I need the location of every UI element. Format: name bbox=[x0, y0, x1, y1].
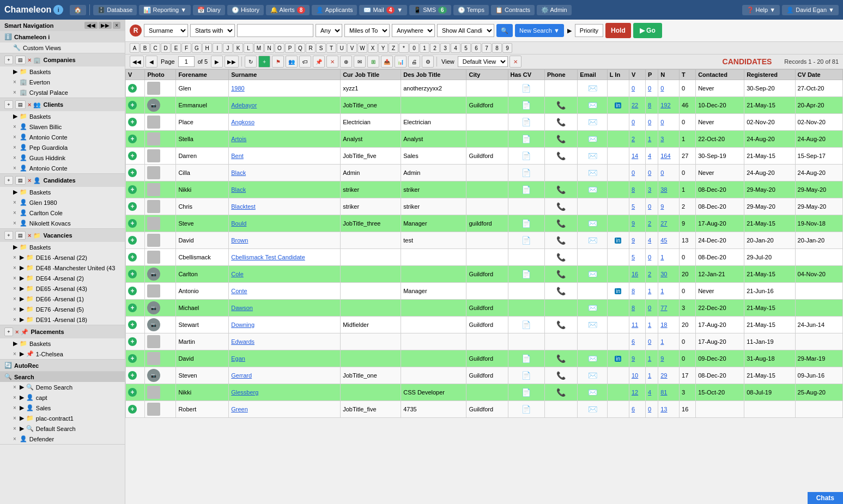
p-count[interactable]: 0 bbox=[648, 338, 651, 345]
new-search-btn[interactable]: New Search ▼ bbox=[515, 24, 564, 37]
table-row[interactable]: + Nikki Glessberg CSS Developer 📄 📞 ✉️ 1… bbox=[126, 384, 843, 401]
de91-expand[interactable]: ▶ bbox=[20, 316, 24, 323]
sidebar-item-vac-baskets[interactable]: ▶ 📁 Baskets bbox=[0, 242, 125, 252]
phone-icon[interactable]: 📞 bbox=[556, 236, 566, 245]
n-count[interactable]: 164 bbox=[660, 153, 670, 159]
email-icon[interactable]: ✉️ bbox=[588, 354, 597, 363]
alpha-btn-R[interactable]: R bbox=[306, 43, 316, 53]
demo-search-close[interactable]: × bbox=[13, 384, 16, 390]
v-count[interactable]: 5 bbox=[632, 203, 635, 210]
flag-btn[interactable]: ⚑ bbox=[272, 56, 284, 68]
phone-icon[interactable]: 📞 bbox=[556, 202, 566, 211]
surname-link[interactable]: 1980 bbox=[231, 85, 244, 92]
print-btn[interactable]: 🖨 bbox=[408, 56, 420, 68]
pep-close[interactable]: × bbox=[13, 144, 16, 150]
excel-btn[interactable]: ⊞ bbox=[367, 56, 379, 68]
de91-close[interactable]: × bbox=[13, 317, 16, 323]
default-search-expand[interactable]: ▶ bbox=[20, 425, 24, 432]
surname-link[interactable]: Egan bbox=[231, 355, 245, 362]
delete-btn[interactable]: ✕ bbox=[326, 56, 338, 68]
linkedin-icon[interactable]: in bbox=[615, 356, 621, 362]
surname-link[interactable]: Black bbox=[231, 169, 246, 176]
merge-btn[interactable]: ⊕ bbox=[340, 56, 352, 68]
v-count[interactable]: 0 bbox=[632, 119, 635, 125]
v-count[interactable]: 9 bbox=[632, 237, 635, 244]
sidebar-item-glen-1980[interactable]: × 👤 Glen 1980 bbox=[0, 197, 125, 208]
search-show-select[interactable]: Show All Candi bbox=[437, 24, 494, 37]
table-row[interactable]: + 📷 Steven Gerrard JobTitle_one Guildfor… bbox=[126, 367, 843, 384]
page-next-btn[interactable]: ▶ bbox=[211, 56, 223, 68]
n-count[interactable]: 13 bbox=[660, 406, 667, 412]
nikolett-close[interactable]: × bbox=[13, 220, 16, 226]
alpha-btn-2[interactable]: 2 bbox=[430, 43, 440, 53]
sidebar-item-cand-baskets[interactable]: ▶ 📁 Baskets bbox=[0, 187, 125, 197]
sidebar-companies-header[interactable]: + ▤ × 🏢 Companies bbox=[0, 53, 125, 66]
export-btn[interactable]: 📤 bbox=[381, 56, 393, 68]
phone-icon[interactable]: 📞 bbox=[556, 118, 566, 126]
sidebar-chameleon-header[interactable]: ℹ️ Chameleon i bbox=[0, 31, 125, 42]
sidebar-item-antonio-conte-1[interactable]: × 👤 Antonio Conte bbox=[0, 132, 125, 142]
p-count[interactable]: 4 bbox=[648, 153, 651, 159]
alpha-btn-D[interactable]: D bbox=[161, 43, 171, 53]
add-row-btn[interactable]: + bbox=[128, 202, 137, 211]
glen-close[interactable]: × bbox=[13, 199, 16, 205]
table-row[interactable]: + Cilla Black Admin Admin 📄 ✉️ 0 0 0 0 N… bbox=[126, 165, 843, 181]
phone-icon[interactable]: 📞 bbox=[556, 253, 566, 262]
n-count[interactable]: 9 bbox=[660, 355, 664, 362]
nav-admin-btn[interactable]: ⚙️ Admin bbox=[537, 5, 572, 15]
n-count[interactable]: 38 bbox=[660, 186, 667, 193]
sidebar-item-guus-hiddink[interactable]: × 👤 Guus Hiddink bbox=[0, 153, 125, 163]
priority-btn[interactable]: Priority bbox=[575, 24, 603, 37]
sidebar-prev-btn[interactable]: ◀◀ bbox=[84, 22, 98, 29]
table-row[interactable]: + Martin Edwards 6 0 1 0 17-Aug-20 11-Ja… bbox=[126, 333, 843, 350]
sidebar-item-de16[interactable]: × ▶ 📁 DE16 -Arsenal (22) bbox=[0, 252, 125, 263]
alpha-btn-C[interactable]: C bbox=[150, 43, 160, 53]
alpha-btn-V[interactable]: V bbox=[347, 43, 357, 53]
n-count[interactable]: 27 bbox=[660, 220, 667, 227]
sidebar-clients-header[interactable]: + ▤ × 👥 Clients bbox=[0, 98, 125, 111]
table-row[interactable]: + David Brown test 📄 📞 ✉️ in 9 4 45 13 2… bbox=[126, 232, 843, 249]
phone-icon[interactable]: 📞 bbox=[556, 371, 566, 380]
demo-search-expand[interactable]: ▶ bbox=[20, 384, 24, 391]
page-prev-btn[interactable]: ◀ bbox=[145, 56, 157, 68]
table-row[interactable]: + Robert Green JobTitle_five 4735 Guildf… bbox=[126, 401, 843, 418]
settings-btn[interactable]: ⚙ bbox=[422, 56, 434, 68]
alpha-btn-L[interactable]: L bbox=[244, 43, 253, 53]
clients-grid-btn[interactable]: ▤ bbox=[15, 100, 26, 109]
alpha-btn-5[interactable]: 5 bbox=[461, 43, 471, 53]
chats-btn[interactable]: Chats bbox=[808, 492, 843, 504]
de48-close[interactable]: × bbox=[13, 265, 16, 271]
phone-icon[interactable]: 📞 bbox=[556, 320, 566, 329]
defender-close[interactable]: × bbox=[13, 436, 16, 442]
cv-icon[interactable]: 📄 bbox=[521, 320, 531, 329]
n-count[interactable]: 29 bbox=[660, 372, 667, 379]
de76-close[interactable]: × bbox=[13, 306, 16, 312]
sidebar-item-slaven-billic[interactable]: × 👤 Slaven Billic bbox=[0, 122, 125, 132]
add-row-btn[interactable]: + bbox=[128, 303, 137, 312]
sidebar-search-header[interactable]: 🔍 Search bbox=[0, 372, 125, 382]
phone-icon[interactable]: 📞 bbox=[556, 185, 566, 194]
sidebar-item-de65[interactable]: × ▶ 📁 DE65 -Arsenal (43) bbox=[0, 283, 125, 294]
email-icon[interactable]: ✉️ bbox=[588, 270, 597, 278]
sidebar-item-custom-views[interactable]: 🔧 Custom Views bbox=[0, 42, 125, 53]
group-btn[interactable]: 👥 bbox=[286, 56, 298, 68]
nav-reporting-btn[interactable]: 📊 Reporting ▼ bbox=[139, 5, 191, 15]
hold-btn[interactable]: Hold bbox=[605, 23, 631, 38]
n-count[interactable]: 1 bbox=[660, 288, 664, 294]
sidebar-item-demo-search[interactable]: × ▶ 🔍 Demo Search bbox=[0, 382, 125, 392]
add-row-btn[interactable]: + bbox=[128, 219, 137, 228]
crystal-palace-close[interactable]: × bbox=[13, 89, 16, 95]
nav-mail-btn[interactable]: ✉️ Mail 4 ▼ bbox=[359, 5, 407, 15]
sidebar-item-capt[interactable]: × ▶ 👤 capt bbox=[0, 392, 125, 403]
de66-expand[interactable]: ▶ bbox=[20, 295, 24, 302]
cv-icon[interactable]: 📄 bbox=[521, 405, 531, 414]
p-count[interactable]: 0 bbox=[648, 85, 651, 92]
surname-link[interactable]: Black bbox=[231, 186, 246, 193]
n-count[interactable]: 45 bbox=[660, 237, 667, 244]
alpha-btn-H[interactable]: H bbox=[202, 43, 212, 53]
table-row[interactable]: + Glen 1980 xyzz1 anotherzyyxx2 📄 ✉️ 0 0… bbox=[126, 80, 843, 97]
phone-icon[interactable]: 📞 bbox=[556, 287, 566, 295]
sidebar-item-de66[interactable]: × ▶ 📁 DE66 -Arsenal (1) bbox=[0, 294, 125, 304]
de64-expand[interactable]: ▶ bbox=[20, 275, 24, 282]
p-count[interactable]: 2 bbox=[648, 220, 651, 227]
